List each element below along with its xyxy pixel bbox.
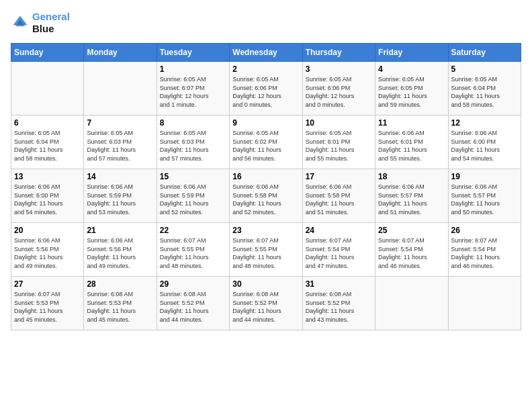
calendar-day-cell: 26Sunrise: 6:07 AM Sunset: 5:54 PM Dayli…: [448, 223, 521, 277]
calendar-day-cell: 7Sunrise: 6:05 AM Sunset: 6:03 PM Daylig…: [84, 116, 157, 169]
calendar-day-cell: 12Sunrise: 6:06 AM Sunset: 6:00 PM Dayli…: [448, 116, 521, 169]
day-number: 1: [160, 64, 226, 74]
weekday-header: Sunday: [11, 44, 84, 62]
day-info: Sunrise: 6:06 AM Sunset: 6:00 PM Dayligh…: [14, 183, 81, 216]
day-info: Sunrise: 6:05 AM Sunset: 6:07 PM Dayligh…: [160, 75, 226, 109]
calendar-day-cell: 19Sunrise: 6:06 AM Sunset: 5:57 PM Dayli…: [448, 169, 521, 223]
day-number: 6: [14, 118, 81, 128]
day-info: Sunrise: 6:07 AM Sunset: 5:54 PM Dayligh…: [378, 236, 445, 270]
day-number: 23: [232, 226, 299, 235]
calendar-day-cell: 28Sunrise: 6:08 AM Sunset: 5:53 PM Dayli…: [84, 277, 157, 330]
day-number: 3: [306, 64, 372, 74]
calendar-day-cell: 3Sunrise: 6:05 AM Sunset: 6:06 PM Daylig…: [302, 62, 375, 116]
weekday-header: Saturday: [448, 44, 521, 62]
day-info: Sunrise: 6:06 AM Sunset: 5:57 PM Dayligh…: [451, 183, 518, 216]
day-info: Sunrise: 6:06 AM Sunset: 5:59 PM Dayligh…: [160, 183, 226, 216]
day-number: 4: [378, 64, 445, 74]
calendar-day-cell: 5Sunrise: 6:05 AM Sunset: 6:04 PM Daylig…: [448, 62, 521, 116]
day-info: Sunrise: 6:05 AM Sunset: 6:01 PM Dayligh…: [306, 129, 372, 163]
weekday-header: Thursday: [302, 44, 375, 62]
weekday-header: Monday: [84, 44, 157, 62]
day-info: Sunrise: 6:06 AM Sunset: 6:01 PM Dayligh…: [378, 129, 445, 163]
day-number: 20: [14, 226, 81, 235]
day-info: Sunrise: 6:07 AM Sunset: 5:55 PM Dayligh…: [232, 236, 299, 270]
day-number: 2: [232, 64, 299, 74]
logo-text: General Blue: [32, 11, 70, 35]
page-header: General Blue: [11, 11, 521, 35]
calendar-day-cell: 9Sunrise: 6:05 AM Sunset: 6:02 PM Daylig…: [230, 116, 302, 169]
day-info: Sunrise: 6:08 AM Sunset: 5:52 PM Dayligh…: [160, 290, 226, 324]
calendar-day-cell: 18Sunrise: 6:06 AM Sunset: 5:57 PM Dayli…: [375, 169, 448, 223]
calendar-day-cell: 4Sunrise: 6:05 AM Sunset: 6:05 PM Daylig…: [375, 62, 448, 116]
day-number: 10: [306, 118, 372, 128]
calendar-day-cell: [84, 62, 157, 116]
day-info: Sunrise: 6:06 AM Sunset: 5:57 PM Dayligh…: [378, 183, 445, 216]
calendar-day-cell: 31Sunrise: 6:08 AM Sunset: 5:52 PM Dayli…: [302, 277, 375, 330]
day-info: Sunrise: 6:06 AM Sunset: 5:56 PM Dayligh…: [14, 236, 81, 270]
calendar-day-cell: [11, 62, 84, 116]
day-number: 16: [232, 172, 299, 181]
day-number: 17: [306, 172, 372, 181]
calendar-day-cell: 2Sunrise: 6:05 AM Sunset: 6:06 PM Daylig…: [230, 62, 302, 116]
day-number: 9: [232, 118, 299, 128]
calendar-day-cell: 24Sunrise: 6:07 AM Sunset: 5:54 PM Dayli…: [302, 223, 375, 277]
calendar-day-cell: 21Sunrise: 6:06 AM Sunset: 5:56 PM Dayli…: [84, 223, 157, 277]
calendar-day-cell: 13Sunrise: 6:06 AM Sunset: 6:00 PM Dayli…: [11, 169, 84, 223]
calendar-day-cell: 27Sunrise: 6:07 AM Sunset: 5:53 PM Dayli…: [11, 277, 84, 330]
calendar-day-cell: 10Sunrise: 6:05 AM Sunset: 6:01 PM Dayli…: [302, 116, 375, 169]
day-number: 29: [160, 279, 226, 289]
calendar-day-cell: 11Sunrise: 6:06 AM Sunset: 6:01 PM Dayli…: [375, 116, 448, 169]
day-number: 22: [160, 226, 226, 235]
day-number: 14: [87, 172, 153, 181]
day-info: Sunrise: 6:06 AM Sunset: 5:56 PM Dayligh…: [87, 236, 153, 270]
calendar-day-cell: 14Sunrise: 6:06 AM Sunset: 5:59 PM Dayli…: [84, 169, 157, 223]
day-info: Sunrise: 6:05 AM Sunset: 6:04 PM Dayligh…: [451, 75, 518, 109]
logo: General Blue: [11, 11, 70, 35]
calendar-week-row: 1Sunrise: 6:05 AM Sunset: 6:07 PM Daylig…: [11, 62, 521, 116]
calendar-day-cell: 30Sunrise: 6:08 AM Sunset: 5:52 PM Dayli…: [230, 277, 302, 330]
day-number: 31: [306, 279, 372, 289]
calendar-day-cell: 23Sunrise: 6:07 AM Sunset: 5:55 PM Dayli…: [230, 223, 302, 277]
weekday-header: Friday: [375, 44, 448, 62]
day-info: Sunrise: 6:07 AM Sunset: 5:55 PM Dayligh…: [160, 236, 226, 270]
day-number: 26: [451, 226, 518, 235]
day-info: Sunrise: 6:06 AM Sunset: 5:58 PM Dayligh…: [232, 183, 299, 216]
weekday-header: Tuesday: [157, 44, 229, 62]
day-number: 21: [87, 226, 153, 235]
calendar-day-cell: 16Sunrise: 6:06 AM Sunset: 5:58 PM Dayli…: [230, 169, 302, 223]
calendar-day-cell: [448, 277, 521, 330]
day-info: Sunrise: 6:05 AM Sunset: 6:02 PM Dayligh…: [232, 129, 299, 163]
day-info: Sunrise: 6:05 AM Sunset: 6:03 PM Dayligh…: [87, 129, 153, 163]
day-number: 24: [306, 226, 372, 235]
day-info: Sunrise: 6:05 AM Sunset: 6:05 PM Dayligh…: [378, 75, 445, 109]
day-number: 11: [378, 118, 445, 128]
day-info: Sunrise: 6:07 AM Sunset: 5:54 PM Dayligh…: [451, 236, 518, 270]
day-number: 7: [87, 118, 153, 128]
day-number: 25: [378, 226, 445, 235]
calendar-day-cell: 17Sunrise: 6:06 AM Sunset: 5:58 PM Dayli…: [302, 169, 375, 223]
day-info: Sunrise: 6:06 AM Sunset: 5:59 PM Dayligh…: [87, 183, 153, 216]
day-number: 12: [451, 118, 518, 128]
day-info: Sunrise: 6:05 AM Sunset: 6:03 PM Dayligh…: [160, 129, 226, 163]
day-info: Sunrise: 6:05 AM Sunset: 6:06 PM Dayligh…: [232, 75, 299, 109]
day-number: 18: [378, 172, 445, 181]
day-info: Sunrise: 6:06 AM Sunset: 5:58 PM Dayligh…: [306, 183, 372, 216]
day-info: Sunrise: 6:08 AM Sunset: 5:53 PM Dayligh…: [87, 290, 153, 324]
calendar-day-cell: 20Sunrise: 6:06 AM Sunset: 5:56 PM Dayli…: [11, 223, 84, 277]
day-number: 30: [232, 279, 299, 289]
day-number: 5: [451, 64, 518, 74]
logo-icon: [11, 13, 30, 32]
day-number: 8: [160, 118, 226, 128]
calendar-day-cell: 1Sunrise: 6:05 AM Sunset: 6:07 PM Daylig…: [157, 62, 229, 116]
day-info: Sunrise: 6:05 AM Sunset: 6:04 PM Dayligh…: [14, 129, 81, 163]
calendar-day-cell: 25Sunrise: 6:07 AM Sunset: 5:54 PM Dayli…: [375, 223, 448, 277]
calendar-day-cell: 8Sunrise: 6:05 AM Sunset: 6:03 PM Daylig…: [157, 116, 229, 169]
day-number: 27: [14, 279, 81, 289]
day-number: 28: [87, 279, 153, 289]
day-number: 19: [451, 172, 518, 181]
day-info: Sunrise: 6:08 AM Sunset: 5:52 PM Dayligh…: [232, 290, 299, 324]
calendar-day-cell: 29Sunrise: 6:08 AM Sunset: 5:52 PM Dayli…: [157, 277, 229, 330]
calendar-day-cell: 15Sunrise: 6:06 AM Sunset: 5:59 PM Dayli…: [157, 169, 229, 223]
calendar-day-cell: 22Sunrise: 6:07 AM Sunset: 5:55 PM Dayli…: [157, 223, 229, 277]
day-info: Sunrise: 6:07 AM Sunset: 5:53 PM Dayligh…: [14, 290, 81, 324]
